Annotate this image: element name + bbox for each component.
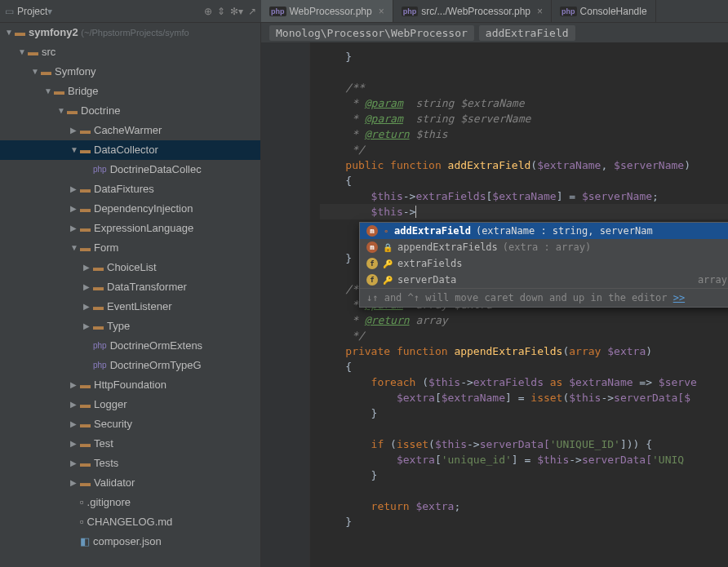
hide-icon[interactable]: ↗ [248,6,256,17]
tree-ormext[interactable]: phpDoctrineOrmExtens [0,336,260,356]
field-icon: f [366,274,378,286]
tree-doctrine[interactable]: ▼▬Doctrine [0,101,260,121]
tree-root[interactable]: ▼▬symfony2 (~/PhpstormProjects/symfo [0,23,260,42]
close-icon[interactable]: × [379,6,384,17]
tree-label: Bridge [68,82,99,101]
crumb-class[interactable]: Monolog\Processor\WebProcessor [269,25,474,41]
tab-label: WebProcessor.php [290,6,372,17]
dropdown-icon[interactable]: ▾ [47,6,52,17]
tree-ddc[interactable]: phpDoctrineDataCollec [0,160,260,179]
completion-sig: (extra : array) [503,241,591,253]
tree-label: DataCollector [94,140,158,160]
project-toolbar: ⊕ ⇕ ✻▾ ↗ [204,6,256,17]
tree-label: Logger [94,395,127,414]
tree-httpfoundation[interactable]: ▶▬HttpFoundation [0,375,260,395]
tree-choicelist[interactable]: ▶▬ChoiceList [0,258,260,277]
private-icon: 🔒 [383,243,393,252]
tab-label: src/.../WebProcessor.php [421,6,530,17]
php-icon: php [402,7,419,16]
tree-logger[interactable]: ▶▬Logger [0,395,260,414]
project-panel-title: Project [17,6,47,17]
tree-label: Test [94,434,113,454]
tree-src[interactable]: ▼▬src [0,42,260,62]
tree-security[interactable]: ▶▬Security [0,414,260,434]
tree-cachewarmer[interactable]: ▶▬CacheWarmer [0,121,260,140]
tree-changelog[interactable]: ▫CHANGELOG.md [0,512,260,532]
gutter [261,42,310,567]
completion-name: extraFields [397,258,462,269]
tree-test[interactable]: ▶▬Test [0,434,260,454]
tree-label: DependencyInjection [94,199,193,219]
completion-item[interactable]: m⚬ addExtraField(extraName : string, ser… [360,223,728,239]
target-icon[interactable]: ⊕ [204,6,212,17]
tree-label: Type [107,317,130,336]
field-icon: f [366,258,378,269]
tree-exprlang[interactable]: ▶▬ExpressionLanguage [0,219,260,238]
php-icon: php [560,7,577,16]
tree-bridge[interactable]: ▼▬Bridge [0,82,260,101]
tab-consolehandle[interactable]: php ConsoleHandle [552,0,656,22]
tree-label: .gitignore [87,493,131,512]
method-icon: m [366,225,378,237]
key-icon: 🔑 [383,276,393,285]
tree-gitignore[interactable]: ▫.gitignore [0,493,260,512]
completion-item[interactable]: m🔒 appendExtraFields(extra : array) [360,239,728,255]
completion-name: serverData [397,274,456,286]
tree-symfony[interactable]: ▼▬Symfony [0,62,260,82]
collapse-icon[interactable]: ⇕ [217,6,225,17]
project-tree[interactable]: ▼▬symfony2 (~/PhpstormProjects/symfo ▼▬s… [0,23,261,567]
tree-label: Tests [94,454,118,473]
php-icon: php [269,7,286,16]
tree-tests[interactable]: ▶▬Tests [0,454,260,473]
method-icon: m [366,241,378,253]
key-icon: 🔑 [383,259,393,268]
tree-eventlistener[interactable]: ▶▬EventListener [0,297,260,317]
close-icon[interactable]: × [537,6,543,17]
completion-sig: (extraName : string, serverNam [476,225,653,237]
gear-icon[interactable]: ✻▾ [230,6,243,17]
project-icon: ▭ [5,6,14,17]
completion-item[interactable]: f🔑 serverData array [360,272,728,288]
breadcrumb: Monolog\Processor\WebProcessor addExtraF… [261,23,728,42]
tree-label: CacheWarmer [94,121,162,140]
tree-label: composer.json [93,532,162,551]
tree-label: Doctrine [81,101,120,121]
tree-label: ExpressionLanguage [94,219,193,238]
tree-label: DoctrineOrmExtens [110,336,202,356]
tree-depinj[interactable]: ▶▬DependencyInjection [0,199,260,219]
completion-return: array [698,274,727,286]
tab-label: ConsoleHandle [580,6,647,17]
tree-validator[interactable]: ▶▬Validator [0,473,260,493]
completion-name: addExtraField [394,225,471,237]
tree-form[interactable]: ▼▬Form [0,238,260,258]
project-panel-header: ▭ Project ▾ ⊕ ⇕ ✻▾ ↗ [0,0,261,23]
tree-label: Security [94,414,132,434]
tree-label: src [42,42,55,62]
tree-label: Validator [94,473,135,493]
completion-name: appendExtraFields [397,241,498,253]
completion-popup[interactable]: m⚬ addExtraField(extraName : string, ser… [359,222,728,308]
code-editor[interactable]: Monolog\Processor\WebProcessor addExtraF… [261,23,728,567]
completion-hint: ↓↑ and ^↑ will move caret down and up in… [360,288,728,307]
tree-label: Form [94,238,118,258]
tab-webprocessor[interactable]: php WebProcessor.php × [261,0,393,22]
tab-webprocessor-2[interactable]: php src/.../WebProcessor.php × [393,0,552,22]
tree-label: DoctrineDataCollec [110,160,202,179]
crumb-method[interactable]: addExtraField [479,25,575,41]
tree-datafixtures[interactable]: ▶▬DataFixtures [0,179,260,199]
tree-label: EventListener [107,297,172,317]
tree-label: symfony2 [29,23,78,42]
tree-label: ChoiceList [107,258,157,277]
tree-datacollector[interactable]: ▼▬DataCollector [0,140,260,160]
tree-type[interactable]: ▶▬Type [0,317,260,336]
tree-datatransformer[interactable]: ▶▬DataTransformer [0,277,260,297]
completion-item[interactable]: f🔑 extraFields [360,255,728,272]
hint-link[interactable]: >> [673,292,685,303]
tree-hint: (~/PhpstormProjects/symfo [81,23,189,42]
tree-ormtype[interactable]: phpDoctrineOrmTypeG [0,356,260,375]
tree-label: DataFixtures [94,179,154,199]
tree-label: CHANGELOG.md [87,512,173,532]
editor-tabs: php WebProcessor.php × php src/.../WebPr… [261,0,728,23]
tree-composer[interactable]: ◧composer.json [0,532,260,551]
public-icon: ⚬ [383,227,389,236]
